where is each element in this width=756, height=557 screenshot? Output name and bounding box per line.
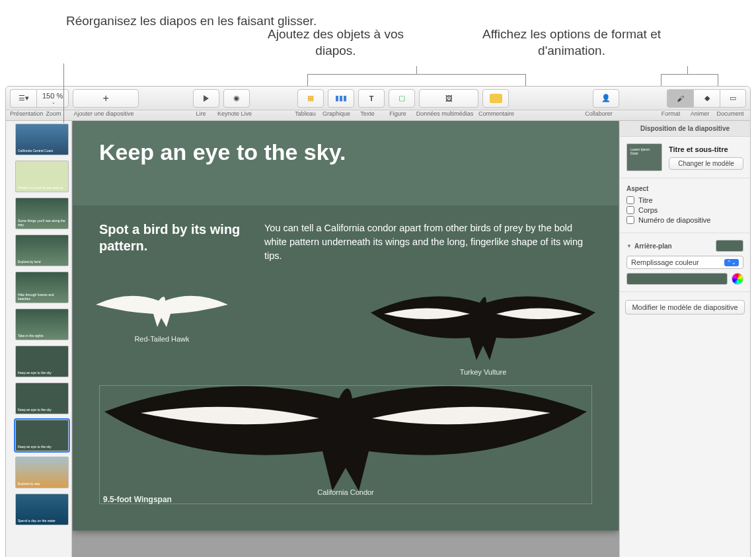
animate-tab-button[interactable]: ◆ [693,89,720,108]
leader-line [307,74,308,86]
select-arrow-icon: ⌃⌄ [724,259,739,266]
thumb-caption: California Central Coast [18,149,53,153]
comment-button[interactable]: ▬ [482,89,509,108]
slide-thumb-5[interactable]: 5Hike through forests and beaches [15,272,69,303]
bird-condor-label: California Condor [99,488,592,496]
diamond-icon: ◆ [704,94,710,102]
table-button[interactable]: ▦ [297,89,324,108]
add-slide-button[interactable]: + [73,89,139,108]
list-icon: ☰▾ [19,94,29,102]
plus-icon: + [103,95,109,102]
document-icon: ▭ [730,94,736,102]
layout-preview-thumb: Lorem Ipsum Dolor [626,143,662,171]
color-wheel-button[interactable] [732,273,743,285]
leader-line [687,66,688,74]
layout-name: Titre et sous-titre [669,145,743,153]
color-swatch[interactable] [626,273,728,285]
text-button[interactable]: T [358,89,385,108]
table-icon: ▦ [307,94,314,102]
slide-thumb-10[interactable]: 10Explore by sea [15,457,69,488]
collaborate-button[interactable]: 👤 [593,89,619,108]
shape-button[interactable]: ▢ [389,89,415,108]
table-label: Tableau [290,110,321,117]
slide-thumb-7[interactable]: 7Keep an eye to the sky [15,346,69,377]
title-checkbox[interactable] [626,196,634,204]
title-checkbox-row[interactable]: Titre [626,196,743,204]
hawk-silhouette-icon [93,286,231,332]
chart-label: Graphique [321,110,352,117]
thumb-caption: Keep an eye to the sky [18,371,52,375]
broadcast-icon: ◉ [233,94,240,102]
change-template-button[interactable]: Changer le modèle [669,157,743,170]
leader-line [416,66,417,74]
slide-canvas-area[interactable]: Keep an eye to the sky. Spot a bird by i… [72,121,619,557]
slide-thumb-6[interactable]: 6Take in the sights [15,309,69,340]
format-label: Format [656,110,685,117]
app-window: ☰▾ 150 %⌄ + ◉ ▦ ▮▮▮ T ▢ 🖼 ▬ 👤 🖌 ◆ ▭ Prés… [5,86,751,557]
view-label: Présentation [10,110,39,117]
thumb-caption: Take in the sights [18,334,44,338]
thumb-caption: Keep an eye to the sky [18,408,52,412]
bird-vulture[interactable]: Turkey Vulture [367,286,599,376]
thumb-caption: Spend a day on the water [18,519,56,523]
bird-hawk-label: Red-Tailed Hawk [93,335,231,343]
collaborate-label: Collaborer [581,110,617,117]
callout-add-objects: Ajoutez des objets à vos diapos. [250,26,422,59]
thumb-caption: Keep an eye to the sky [18,445,52,449]
chart-icon: ▮▮▮ [335,94,347,102]
toolbar: ☰▾ 150 %⌄ + ◉ ▦ ▮▮▮ T ▢ 🖼 ▬ 👤 🖌 ◆ ▭ [6,87,750,110]
keynote-live-button[interactable]: ◉ [223,89,250,108]
slide[interactable]: Keep an eye to the sky. Spot a bird by i… [73,121,619,531]
media-button[interactable]: 🖼 [419,89,478,108]
document-label: Document [714,110,746,117]
slide-thumb-11[interactable]: 11Spend a day on the water [15,494,69,525]
chevron-down-icon: ⌄ [52,100,56,105]
body-checkbox-row[interactable]: Corps [626,206,743,214]
slide-thumb-8[interactable]: 8Keep an eye to the sky [15,383,69,414]
play-button[interactable] [193,89,219,108]
text-label: Texte [352,110,383,117]
bird-hawk[interactable]: Red-Tailed Hawk [93,286,231,343]
slide-thumb-2[interactable]: 2There's so much to see and do [15,161,69,192]
aspect-section: Aspect Titre Corps Numéro de diapositive [620,178,750,233]
body-checkbox[interactable] [626,206,634,214]
fill-type-select[interactable]: Remplissage couleur ⌃⌄ [626,256,743,269]
slidenum-checkbox[interactable] [626,216,634,224]
background-title[interactable]: Arrière-plan [626,242,672,250]
text-icon: T [369,94,374,102]
bird-condor[interactable]: California Condor [99,372,592,496]
slide-title[interactable]: Keep an eye to the sky. [99,139,592,165]
slide-paragraph[interactable]: You can tell a California condor apart f… [264,221,592,263]
format-tab-button[interactable]: 🖌 [667,89,693,108]
zoom-value: 150 % [42,92,63,100]
keynote-live-label: Keynote Live [216,110,253,117]
chart-button[interactable]: ▮▮▮ [328,89,354,108]
slide-thumb-9[interactable]: 9Keep an eye to the sky [15,420,69,451]
edit-master-button[interactable]: Modifier le modèle de diapositive [625,300,745,315]
thumb-caption: Explore by sea [18,482,40,486]
leader-line [307,74,525,75]
leader-line [718,74,718,86]
slidenum-checkbox-row[interactable]: Numéro de diapositive [626,216,743,224]
animate-label: Animer [685,110,714,117]
background-color-well[interactable] [716,240,743,252]
slide-navigator[interactable]: 1California Central Coast2There's so muc… [6,121,72,557]
inspector-tabs-group: 🖌 ◆ ▭ [667,89,746,108]
vulture-silhouette-icon [367,286,599,365]
birds-area: Red-Tailed Hawk Turkey Vulture [99,299,592,504]
document-tab-button[interactable]: ▭ [720,89,746,108]
slide-thumb-4[interactable]: 4Explore by land [15,235,69,266]
add-slide-label: Ajouter une diapositive [68,110,139,117]
toolbar-labels: Présentation Zoom Ajouter une diapositiv… [6,110,750,121]
callout-format-options: Affichez les options de format et d'anim… [476,26,667,59]
play-label: Lire [186,110,216,117]
thumb-caption: Explore by land [18,260,40,264]
view-menu-button[interactable]: ☰▾ [10,89,36,108]
condor-silhouette-icon [101,372,590,498]
slide-thumb-1[interactable]: 1California Central Coast [15,124,69,155]
slide-subheading[interactable]: Spot a bird by its wing pattern. [99,221,245,263]
slide-thumb-3[interactable]: 3Some things you'll see along the way [15,198,69,229]
comment-label: Commentaire [476,110,516,117]
slide-header-band: Keep an eye to the sky. [73,121,619,205]
leader-line [661,74,718,75]
